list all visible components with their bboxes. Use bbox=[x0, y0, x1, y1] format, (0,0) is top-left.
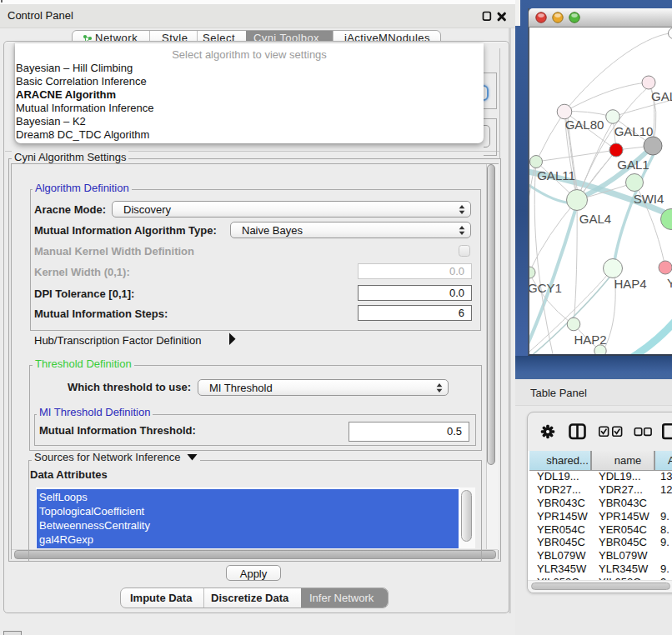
svg-text:GAL: GAL bbox=[651, 89, 672, 103]
svg-text:GCY1: GCY1 bbox=[529, 281, 562, 295]
svg-text:Y: Y bbox=[667, 276, 672, 290]
svg-text:SWI4: SWI4 bbox=[634, 192, 664, 206]
svg-text:GAL80: GAL80 bbox=[565, 118, 604, 132]
svg-text:HAP4: HAP4 bbox=[614, 277, 646, 291]
svg-text:GAL4: GAL4 bbox=[579, 212, 611, 226]
svg-text:GAL11: GAL11 bbox=[537, 168, 575, 182]
svg-text:GAL1: GAL1 bbox=[617, 158, 649, 172]
svg-text:HAP2: HAP2 bbox=[574, 332, 606, 347]
svg-text:GAL10: GAL10 bbox=[614, 124, 654, 138]
